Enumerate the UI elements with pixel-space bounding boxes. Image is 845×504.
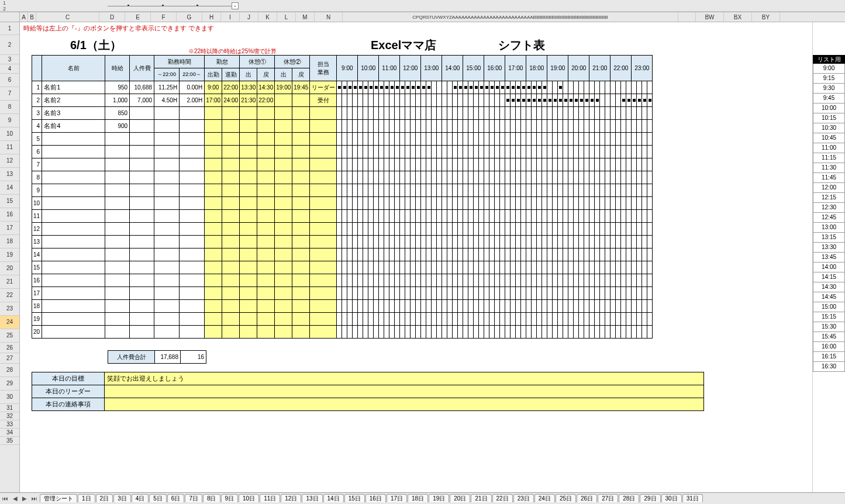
row-9[interactable]: 9: [0, 114, 19, 127]
list-item-30[interactable]: 16:30: [813, 362, 845, 372]
row-23[interactable]: 23: [0, 302, 19, 316]
grid-area[interactable]: 時給等は左上の『-』のボタンを押すと非表示にできます できます 6/1（土） ※…: [20, 22, 812, 492]
date-title: 6/1（土）: [70, 37, 122, 53]
col-I[interactable]: I: [221, 12, 240, 22]
footer-table[interactable]: 本日の目標笑顔でお出迎えしましょう本日のリーダー本日の連絡事項: [32, 372, 704, 411]
list-item-22[interactable]: 14:30: [813, 282, 845, 292]
row-10[interactable]: 10: [0, 127, 19, 141]
list-item-26[interactable]: 15:30: [813, 322, 845, 332]
row-30[interactable]: 30: [0, 391, 19, 404]
footer-value-2[interactable]: [105, 398, 704, 411]
row-4[interactable]: 4: [0, 64, 19, 74]
shift-table[interactable]: 名前時給人件費勤務時間勤怠休憩①休憩②担当 業務9:0010:0011:0012…: [32, 55, 653, 339]
row-29[interactable]: 29: [0, 377, 19, 391]
col-L[interactable]: L: [277, 12, 296, 22]
row-headers: 1234678910111213141516171819202122232425…: [0, 22, 20, 492]
select-all-corner[interactable]: [0, 12, 20, 22]
col-H[interactable]: H: [202, 12, 221, 22]
row-33[interactable]: 33: [0, 420, 19, 429]
row-34[interactable]: 34: [0, 429, 19, 437]
list-item-20[interactable]: 14:00: [813, 263, 845, 272]
col-BY[interactable]: BY: [752, 12, 780, 22]
list-item-16[interactable]: 13:00: [813, 223, 845, 233]
row-28[interactable]: 28: [0, 364, 19, 377]
col-K[interactable]: K: [258, 12, 277, 22]
row-7[interactable]: 7: [0, 87, 19, 101]
list-item-1[interactable]: 9:15: [813, 74, 845, 84]
col-N[interactable]: N: [315, 12, 343, 22]
col-A[interactable]: A: [20, 12, 28, 22]
col-J[interactable]: J: [240, 12, 258, 22]
list-item-14[interactable]: 12:30: [813, 203, 845, 213]
col-F[interactable]: F: [151, 12, 177, 22]
footer-label-0: 本日の目標: [32, 372, 105, 385]
list-item-29[interactable]: 16:15: [813, 352, 845, 362]
col-D[interactable]: D: [99, 12, 125, 22]
row-21[interactable]: 21: [0, 275, 19, 289]
list-item-17[interactable]: 13:15: [813, 233, 845, 243]
outline-level-1[interactable]: 1: [3, 0, 17, 6]
footer-value-0[interactable]: 笑顔でお出迎えしましょう: [105, 372, 704, 385]
list-item-8[interactable]: 11:00: [813, 143, 845, 153]
list-item-19[interactable]: 13:45: [813, 253, 845, 263]
list-item-18[interactable]: 13:30: [813, 243, 845, 253]
list-item-10[interactable]: 11:30: [813, 163, 845, 173]
col-BW[interactable]: BW: [696, 12, 724, 22]
row-14[interactable]: 14: [0, 181, 19, 195]
row-17[interactable]: 17: [0, 222, 19, 235]
col-BX[interactable]: BX: [724, 12, 752, 22]
outline-levels: 1 2: [3, 0, 17, 12]
packed-cols: CPQRSTUVWXYZAAAAAAAAAAAAAAAAAAAAAAAAAABB…: [343, 12, 678, 22]
col-C[interactable]: C: [36, 12, 99, 22]
row-8[interactable]: 8: [0, 101, 19, 114]
row-2[interactable]: 2: [0, 35, 19, 55]
list-item-9[interactable]: 11:15: [813, 153, 845, 163]
row-18[interactable]: 18: [0, 235, 19, 248]
list-item-28[interactable]: 16:00: [813, 342, 845, 352]
row-19[interactable]: 19: [0, 248, 19, 262]
row-24[interactable]: 24: [0, 316, 19, 329]
list-item-25[interactable]: 15:15: [813, 312, 845, 322]
row-25[interactable]: 25: [0, 329, 19, 343]
row-11[interactable]: 11: [0, 141, 19, 154]
col-G[interactable]: G: [177, 12, 202, 22]
list-item-24[interactable]: 15:00: [813, 302, 845, 312]
col-E[interactable]: E: [125, 12, 151, 22]
list-item-0[interactable]: 9:00: [813, 64, 845, 74]
col-M[interactable]: M: [296, 12, 315, 22]
row-13[interactable]: 13: [0, 168, 19, 181]
list-item-6[interactable]: 10:30: [813, 123, 845, 133]
outline-collapse[interactable]: -: [232, 2, 239, 9]
row-16[interactable]: 16: [0, 208, 19, 222]
row-27[interactable]: 27: [0, 353, 19, 364]
list-item-15[interactable]: 12:45: [813, 213, 845, 223]
list-item-3[interactable]: 9:45: [813, 94, 845, 103]
row-3[interactable]: 3: [0, 55, 19, 64]
row-32[interactable]: 32: [0, 412, 19, 420]
row-35[interactable]: 35: [0, 437, 19, 445]
list-item-12[interactable]: 12:00: [813, 183, 845, 193]
row-22[interactable]: 22: [0, 289, 19, 302]
row-12[interactable]: 12: [0, 154, 19, 168]
list-item-5[interactable]: 10:15: [813, 113, 845, 123]
row-31[interactable]: 31: [0, 404, 19, 412]
list-item-4[interactable]: 10:00: [813, 103, 845, 113]
row-20[interactable]: 20: [0, 262, 19, 275]
footer-value-1[interactable]: [105, 385, 704, 398]
list-item-23[interactable]: 14:45: [813, 292, 845, 302]
totals-sum: 17,688: [155, 351, 181, 364]
list-item-13[interactable]: 12:15: [813, 193, 845, 203]
outline-level-2[interactable]: 2: [3, 6, 17, 12]
list-item-11[interactable]: 11:45: [813, 173, 845, 183]
footer-label-2: 本日の連絡事項: [32, 398, 105, 411]
col-B[interactable]: B: [28, 12, 36, 22]
list-item-7[interactable]: 10:45: [813, 133, 845, 143]
list-item-2[interactable]: 9:30: [813, 84, 845, 94]
list-item-27[interactable]: 15:45: [813, 332, 845, 342]
row-6[interactable]: 6: [0, 74, 19, 87]
list-column: リスト用 9:009:159:309:4510:0010:1510:3010:4…: [812, 22, 845, 492]
row-26[interactable]: 26: [0, 343, 19, 353]
list-item-21[interactable]: 14:15: [813, 272, 845, 282]
row-1[interactable]: 1: [0, 22, 19, 35]
row-15[interactable]: 15: [0, 195, 19, 208]
